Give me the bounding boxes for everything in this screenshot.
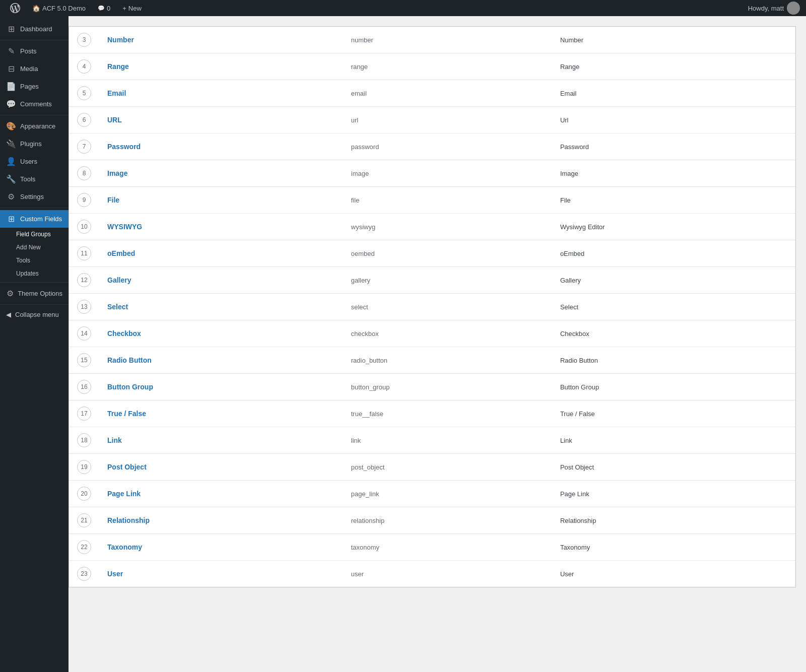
sidebar-item-posts[interactable]: ✎ Posts bbox=[0, 42, 69, 60]
field-name-link[interactable]: Select bbox=[107, 303, 128, 311]
sidebar-item-media[interactable]: ⊟ Media bbox=[0, 60, 69, 78]
field-name-link[interactable]: Gallery bbox=[107, 276, 131, 284]
field-label-value: True / False bbox=[560, 410, 595, 418]
row-number: 9 bbox=[69, 187, 99, 214]
table-row: 9 File file File bbox=[69, 187, 795, 214]
table-row: 14 Checkbox checkbox Checkbox bbox=[69, 320, 795, 347]
field-name-cell: Number bbox=[99, 27, 343, 53]
field-name-link[interactable]: Image bbox=[107, 169, 127, 177]
field-label-value: Gallery bbox=[560, 277, 581, 284]
row-number: 18 bbox=[69, 427, 99, 454]
row-number: 10 bbox=[69, 214, 99, 240]
field-label-cell: Image bbox=[552, 160, 795, 187]
field-name-link[interactable]: Button Group bbox=[107, 383, 153, 391]
field-key-value: email bbox=[351, 90, 367, 97]
field-key-cell: user bbox=[343, 561, 552, 587]
field-name-link[interactable]: Password bbox=[107, 143, 141, 151]
field-name-link[interactable]: File bbox=[107, 196, 119, 204]
submenu-item-add-new[interactable]: Add New bbox=[0, 241, 69, 254]
comment-icon: 💬 bbox=[98, 5, 105, 12]
field-name-link[interactable]: User bbox=[107, 570, 123, 578]
field-label-cell: Password bbox=[552, 133, 795, 160]
custom-fields-icon: ⊞ bbox=[6, 214, 16, 224]
field-label-cell: Post Object bbox=[552, 454, 795, 481]
comments-icon: 💬 bbox=[6, 99, 16, 109]
field-name-link[interactable]: True / False bbox=[107, 410, 146, 418]
field-name-cell: URL bbox=[99, 107, 343, 133]
field-name-link[interactable]: Checkbox bbox=[107, 329, 141, 338]
collapse-menu-button[interactable]: ◀ Collapse menu bbox=[0, 307, 69, 322]
field-name-link[interactable]: Page Link bbox=[107, 490, 141, 498]
sidebar-item-label: Plugins bbox=[20, 140, 42, 148]
field-key-cell: select bbox=[343, 294, 552, 320]
submenu-item-tools[interactable]: Tools bbox=[0, 254, 69, 267]
field-label-value: Taxonomy bbox=[560, 544, 590, 551]
field-label-cell: Page Link bbox=[552, 481, 795, 507]
row-number: 15 bbox=[69, 347, 99, 374]
field-name-cell: Image bbox=[99, 160, 343, 187]
field-key-cell: button_group bbox=[343, 374, 552, 400]
field-key-cell: wysiwyg bbox=[343, 214, 552, 240]
field-label-value: Image bbox=[560, 170, 578, 177]
field-name-link[interactable]: Taxonomy bbox=[107, 543, 142, 551]
sidebar-item-plugins[interactable]: 🔌 Plugins bbox=[0, 135, 69, 153]
sidebar-item-custom-fields[interactable]: ⊞ Custom Fields bbox=[0, 210, 69, 228]
field-label-cell: Taxonomy bbox=[552, 534, 795, 561]
field-name-link[interactable]: WYSIWYG bbox=[107, 223, 142, 231]
field-key-cell: relationship bbox=[343, 507, 552, 534]
field-key-value: wysiwyg bbox=[351, 223, 375, 231]
submenu-item-field-groups[interactable]: Field Groups bbox=[0, 228, 69, 241]
field-name-link[interactable]: Radio Button bbox=[107, 356, 152, 364]
field-label-value: Wysiwyg Editor bbox=[560, 223, 605, 231]
sidebar-item-tools[interactable]: 🔧 Tools bbox=[0, 170, 69, 188]
field-name-cell: Range bbox=[99, 53, 343, 80]
admin-bar: 🏠 ACF 5.0 Demo 💬 0 + New Howdy, matt bbox=[0, 0, 806, 16]
field-name-link[interactable]: Post Object bbox=[107, 463, 147, 471]
field-key-value: password bbox=[351, 143, 379, 151]
row-number: 14 bbox=[69, 320, 99, 347]
field-label-value: oEmbed bbox=[560, 250, 584, 257]
field-key-cell: oembed bbox=[343, 240, 552, 267]
field-name-link[interactable]: Link bbox=[107, 436, 122, 444]
comments-menu[interactable]: 💬 0 bbox=[94, 0, 114, 16]
field-name-cell: Link bbox=[99, 427, 343, 454]
table-row: 21 Relationship relationship Relationshi… bbox=[69, 507, 795, 534]
field-key-value: file bbox=[351, 196, 360, 204]
field-key-cell: email bbox=[343, 80, 552, 107]
field-key-cell: image bbox=[343, 160, 552, 187]
field-label-value: Link bbox=[560, 437, 572, 444]
field-name-link[interactable]: URL bbox=[107, 116, 122, 124]
sidebar-item-appearance[interactable]: 🎨 Appearance bbox=[0, 117, 69, 135]
field-name-link[interactable]: Number bbox=[107, 36, 134, 44]
theme-options-icon: ⚙ bbox=[6, 289, 14, 298]
field-name-cell: Post Object bbox=[99, 454, 343, 481]
user-menu[interactable]: Howdy, matt bbox=[748, 2, 800, 15]
table-row: 23 User user User bbox=[69, 561, 795, 587]
field-name-link[interactable]: Range bbox=[107, 62, 129, 71]
field-name-cell: Page Link bbox=[99, 481, 343, 507]
field-key-value: range bbox=[351, 63, 368, 71]
field-label-cell: Relationship bbox=[552, 507, 795, 534]
new-content-menu[interactable]: + New bbox=[118, 0, 146, 16]
sidebar-item-label: Comments bbox=[20, 100, 52, 108]
submenu-item-updates[interactable]: Updates bbox=[0, 267, 69, 280]
field-name-link[interactable]: oEmbed bbox=[107, 249, 135, 257]
sidebar-item-settings[interactable]: ⚙ Settings bbox=[0, 188, 69, 206]
sidebar-item-label: Settings bbox=[20, 193, 44, 200]
row-number: 3 bbox=[69, 27, 99, 53]
field-name-link[interactable]: Relationship bbox=[107, 516, 150, 524]
sidebar-item-users[interactable]: 👤 Users bbox=[0, 153, 69, 170]
wp-logo[interactable] bbox=[6, 0, 24, 16]
site-name[interactable]: 🏠 ACF 5.0 Demo bbox=[28, 0, 90, 16]
sidebar-item-theme-options[interactable]: ⚙ Theme Options bbox=[0, 285, 69, 302]
row-number: 13 bbox=[69, 294, 99, 320]
sidebar-item-pages[interactable]: 📄 Pages bbox=[0, 78, 69, 95]
sidebar-item-comments[interactable]: 💬 Comments bbox=[0, 95, 69, 113]
field-key-value: radio_button bbox=[351, 357, 387, 364]
field-name-link[interactable]: Email bbox=[107, 89, 126, 97]
table-row: 18 Link link Link bbox=[69, 427, 795, 454]
plus-icon: + bbox=[122, 5, 126, 12]
table-row: 19 Post Object post_object Post Object bbox=[69, 454, 795, 481]
pages-icon: 📄 bbox=[6, 82, 16, 91]
sidebar-item-dashboard[interactable]: ⊞ Dashboard bbox=[0, 20, 69, 38]
